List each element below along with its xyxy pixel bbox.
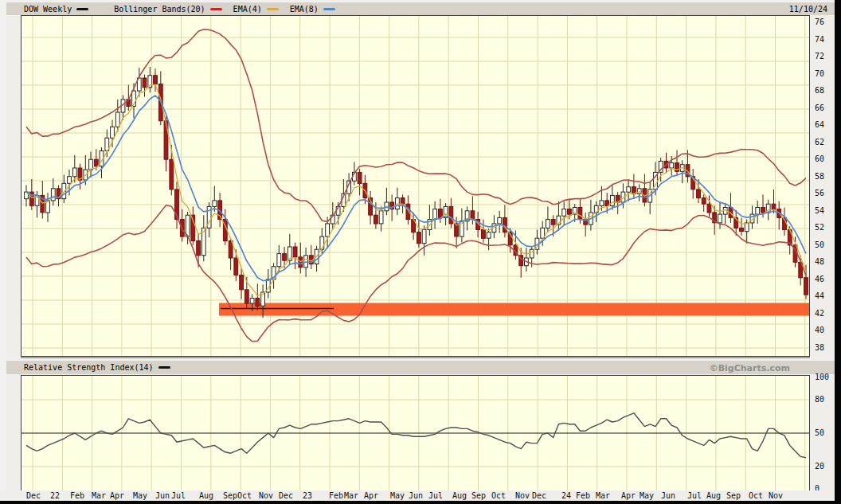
legend-ema8-label: EMA(8) bbox=[290, 5, 319, 14]
time-axis-label: Aug bbox=[452, 492, 467, 500]
time-axis-label: Nov bbox=[259, 492, 273, 500]
time-axis-label: Oct bbox=[491, 492, 506, 500]
price-tick-label: 52 bbox=[815, 224, 824, 232]
time-axis-label: Jul bbox=[171, 492, 186, 500]
rsi-chart bbox=[21, 375, 810, 491]
time-axis-label: Apr bbox=[621, 492, 636, 500]
main-left-gutter bbox=[6, 15, 21, 357]
legend-bollinger-label: Bollinger Bands(20) bbox=[114, 5, 205, 14]
rsi-axis: 1008050200 bbox=[810, 375, 835, 491]
candlestick-plot bbox=[22, 16, 809, 356]
rsi-series-dash-icon bbox=[158, 366, 170, 369]
time-axis-label: Feb bbox=[70, 492, 84, 500]
price-tick-label: 64 bbox=[815, 121, 824, 129]
price-tick-label: 46 bbox=[815, 275, 824, 283]
time-axis-label: Aug bbox=[199, 492, 213, 500]
time-axis-label: Mar bbox=[92, 492, 106, 500]
time-axis-label: 24 bbox=[561, 492, 571, 500]
time-axis-label: Oct bbox=[749, 492, 763, 500]
bottom-frame-bar bbox=[0, 501, 841, 504]
price-axis: 7674727068666462605856545250484644424038 bbox=[810, 15, 835, 357]
time-axis-label: Apr bbox=[364, 492, 378, 500]
rsi-label: Relative Strength Index(14) bbox=[24, 363, 154, 372]
time-axis-label: Sep bbox=[223, 492, 237, 500]
time-axis-label: Jul bbox=[687, 492, 702, 500]
time-axis-label: May bbox=[133, 492, 147, 500]
price-tick-label: 76 bbox=[815, 18, 824, 26]
time-axis-label: Dec bbox=[532, 492, 546, 500]
rsi-tick-label: 20 bbox=[815, 463, 824, 471]
time-axis-label: 23 bbox=[303, 492, 312, 500]
price-series-dash-icon bbox=[76, 8, 88, 10]
rsi-plot bbox=[22, 376, 809, 490]
price-tick-label: 70 bbox=[815, 70, 824, 78]
main-price-chart bbox=[21, 15, 810, 357]
main-chart-header-bar: DOW Weekly Bollinger Bands(20) EMA(4) EM… bbox=[6, 2, 835, 16]
rsi-tick-label: 50 bbox=[815, 429, 824, 437]
price-tick-label: 66 bbox=[815, 104, 824, 112]
rsi-header-bar: Relative Strength Index(14) ©BigCharts.c… bbox=[6, 360, 835, 374]
time-axis-label: Aug bbox=[706, 492, 721, 500]
time-axis-label: Jun bbox=[661, 492, 675, 500]
price-tick-label: 74 bbox=[815, 36, 824, 44]
time-axis-label: Apr bbox=[110, 492, 124, 500]
price-tick-label: 60 bbox=[815, 155, 824, 163]
time-axis-label: Nov bbox=[515, 492, 530, 500]
legend-ema4-label: EMA(4) bbox=[233, 5, 262, 14]
time-axis-label: 22 bbox=[50, 492, 60, 500]
time-axis-label: Nov bbox=[769, 492, 783, 500]
time-axis-label: Dec bbox=[279, 492, 293, 500]
time-axis-label: Mar bbox=[344, 492, 358, 500]
time-axis-label: Dec bbox=[26, 492, 41, 500]
time-axis-label: Jul bbox=[428, 492, 443, 500]
price-tick-label: 42 bbox=[815, 310, 824, 318]
price-tick-label: 68 bbox=[815, 87, 824, 95]
time-axis-label: May bbox=[640, 492, 654, 500]
bigcharts-chart-window: DOW Weekly Bollinger Bands(20) EMA(4) EM… bbox=[0, 0, 841, 504]
time-axis-label: Feb bbox=[329, 492, 343, 500]
time-axis-label: Jun bbox=[409, 492, 423, 500]
price-tick-label: 44 bbox=[815, 292, 824, 300]
time-axis-label: May bbox=[390, 492, 405, 500]
time-axis-label: Jun bbox=[155, 492, 170, 500]
legend-bollinger-dash-icon bbox=[210, 8, 222, 10]
price-tick-label: 48 bbox=[815, 258, 824, 266]
rsi-left-gutter bbox=[6, 375, 21, 491]
price-tick-label: 72 bbox=[815, 53, 824, 61]
bigcharts-watermark: ©BigCharts.com bbox=[710, 363, 790, 373]
right-frame-bar bbox=[835, 0, 841, 504]
time-axis-label: Sep bbox=[471, 492, 486, 500]
price-tick-label: 56 bbox=[815, 189, 824, 197]
time-axis: Dec22FebMarAprMayJunJulAugSepOctNovDec23… bbox=[0, 490, 835, 501]
symbol-label: DOW Weekly bbox=[24, 5, 72, 14]
price-tick-label: 54 bbox=[815, 207, 824, 215]
time-axis-label: Feb bbox=[576, 492, 590, 500]
legend-ema8-dash-icon bbox=[323, 8, 335, 10]
time-axis-label: Oct bbox=[237, 492, 252, 500]
price-tick-label: 40 bbox=[815, 326, 824, 334]
price-tick-label: 58 bbox=[815, 173, 824, 181]
time-axis-label: Mar bbox=[596, 492, 610, 500]
legend-ema4-dash-icon bbox=[267, 8, 279, 10]
main-panel-shadow bbox=[21, 357, 810, 358]
rsi-tick-label: 80 bbox=[815, 396, 824, 404]
rsi-tick-label: 100 bbox=[815, 373, 829, 381]
price-tick-label: 62 bbox=[815, 139, 824, 147]
chart-date: 11/10/24 bbox=[789, 5, 835, 14]
time-axis-label: Sep bbox=[726, 492, 741, 500]
price-tick-label: 38 bbox=[815, 344, 824, 352]
price-tick-label: 50 bbox=[815, 241, 824, 249]
